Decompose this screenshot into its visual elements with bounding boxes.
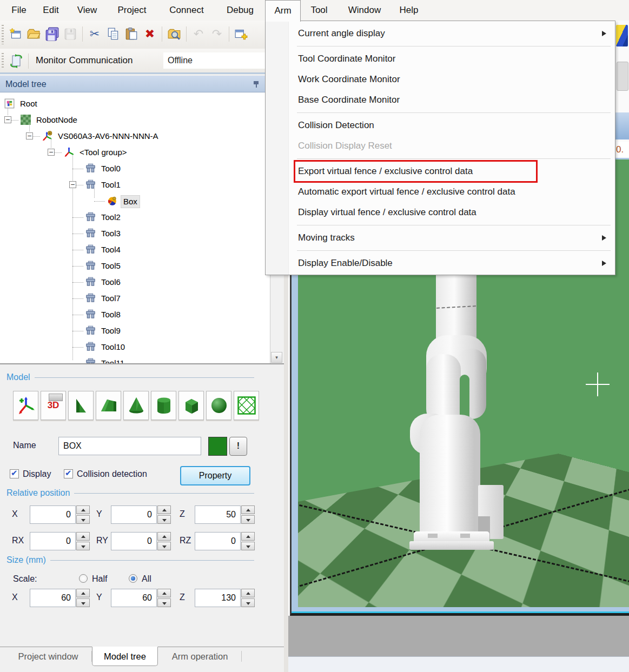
- tree-node-label[interactable]: Tool6: [99, 276, 123, 288]
- tree-node-vs060a3-av6-nnn-nnn-a[interactable]: –VS060A3-AV6-NNN-NNN-A: [0, 128, 270, 144]
- tree-node-tool2[interactable]: Tool2: [0, 209, 270, 225]
- tree-node-tool3[interactable]: Tool3: [0, 225, 270, 242]
- tree-node-tool8[interactable]: Tool8: [0, 307, 270, 323]
- sync-icon[interactable]: [8, 52, 25, 70]
- tree-expander[interactable]: –: [26, 132, 33, 139]
- tree-node-label[interactable]: Tool5: [99, 260, 123, 272]
- menubar-item-help[interactable]: Help: [392, 0, 426, 21]
- tree-node-label[interactable]: Root: [18, 98, 39, 110]
- spin-down-button[interactable]: [76, 598, 90, 607]
- relative-position-rx-spinner[interactable]: [76, 532, 90, 550]
- menu-item-display-virtual-fence-exclusive-control-data[interactable]: Display virtual fence / exclusive contro…: [266, 202, 615, 223]
- spin-down-button[interactable]: [157, 542, 171, 550]
- menu-item-tool-coordinate-monitor[interactable]: Tool Coordinate Monitor: [266, 49, 615, 69]
- size-z-spinner[interactable]: [241, 589, 255, 607]
- relative-position-ry-input[interactable]: [111, 532, 157, 550]
- new-project-icon[interactable]: [6, 25, 24, 43]
- tree-node-tool9[interactable]: Tool9: [0, 323, 270, 339]
- relative-position-rz-input[interactable]: [195, 532, 241, 550]
- slope-button[interactable]: [96, 391, 121, 420]
- size-z-input[interactable]: [195, 589, 241, 607]
- spin-down-button[interactable]: [76, 515, 90, 524]
- size-x-spinner[interactable]: [76, 589, 90, 607]
- relative-position-x-spinner[interactable]: [76, 505, 90, 524]
- paste-icon[interactable]: [123, 25, 140, 43]
- cube-button[interactable]: [178, 391, 204, 420]
- spin-up-button[interactable]: [76, 505, 90, 514]
- tree-node-tool6[interactable]: Tool6: [0, 274, 270, 290]
- tree-node-tool11[interactable]: Tool11: [0, 355, 270, 363]
- relative-position-y-spinner[interactable]: [157, 505, 171, 524]
- cut-icon[interactable]: ✂: [86, 25, 103, 43]
- tab-project-window[interactable]: Project window: [4, 647, 92, 666]
- tree-node-label[interactable]: Box: [121, 195, 140, 208]
- tree-node-tool4[interactable]: Tool4: [0, 242, 270, 258]
- copy-icon[interactable]: [104, 25, 122, 43]
- size-x-input[interactable]: [30, 589, 76, 607]
- menu-item-current-angle-display[interactable]: Current angle display: [266, 23, 615, 44]
- spin-up-button[interactable]: [157, 532, 171, 541]
- tree-node-label[interactable]: VS060A3-AV6-NNN-NNN-A: [56, 130, 161, 142]
- tree-node-tool5[interactable]: Tool5: [0, 258, 270, 274]
- tab-arm-operation[interactable]: Arm operation: [158, 647, 242, 666]
- relative-position-y-input[interactable]: [111, 505, 157, 524]
- tree-expander[interactable]: –: [48, 149, 55, 156]
- menu-item-export-virtual-fence-exclusive-control-data[interactable]: Export virtual fence / exclusive control…: [266, 161, 615, 182]
- property-button[interactable]: Property: [180, 466, 250, 485]
- spin-down-button[interactable]: [241, 542, 255, 550]
- spin-up-button[interactable]: [76, 589, 90, 597]
- scale-radio-label-all[interactable]: All: [142, 574, 151, 584]
- spin-down-button[interactable]: [241, 515, 255, 524]
- tree-node-root[interactable]: Root: [0, 96, 270, 112]
- scale-radio-label-half[interactable]: Half: [92, 574, 107, 584]
- spin-down-button[interactable]: [157, 515, 171, 524]
- color-swatch-button[interactable]: [208, 437, 227, 456]
- relative-position-rx-input[interactable]: [30, 532, 76, 550]
- scale-radio-half[interactable]: [79, 574, 88, 583]
- tree-node-tool0[interactable]: Tool0: [0, 161, 270, 177]
- menubar-item-window[interactable]: Window: [337, 0, 392, 21]
- tree-node-label[interactable]: Tool0: [99, 163, 123, 175]
- tree-expander[interactable]: –: [69, 181, 76, 188]
- display-checkbox[interactable]: ✔: [10, 469, 19, 478]
- pin-icon[interactable]: [253, 80, 260, 88]
- menubar-item-debug[interactable]: Debug: [215, 0, 265, 21]
- tree-node-label[interactable]: Tool11: [99, 357, 127, 363]
- tree-node-label[interactable]: Tool4: [99, 244, 123, 256]
- menu-item-collision-detection[interactable]: Collision Detection: [266, 115, 615, 136]
- spin-down-button[interactable]: [241, 598, 255, 607]
- name-input[interactable]: [58, 437, 201, 455]
- size-y-spinner[interactable]: [157, 589, 171, 607]
- insert-axis-button[interactable]: [13, 391, 38, 420]
- cone-button[interactable]: [123, 391, 149, 420]
- tree-node-label[interactable]: Tool9: [99, 325, 123, 337]
- new-window-icon[interactable]: [233, 25, 250, 43]
- import-3d-button[interactable]: 3D: [41, 391, 66, 420]
- spin-up-button[interactable]: [157, 589, 171, 597]
- menu-item-moving-tracks[interactable]: Moving tracks: [266, 228, 615, 248]
- spin-up-button[interactable]: [157, 505, 171, 514]
- tree-node-label[interactable]: Tool2: [99, 211, 123, 223]
- menu-item-automatic-export-virtual-fence-exclusive-control-data[interactable]: Automatic export virtual fence / exclusi…: [266, 182, 615, 202]
- menubar-item-edit[interactable]: Edit: [34, 0, 68, 21]
- menubar-item-tool[interactable]: Tool: [301, 0, 337, 21]
- spin-up-button[interactable]: [241, 505, 255, 514]
- menu-item-display-enable-disable[interactable]: Display Enable/Disable: [266, 253, 615, 274]
- tree-node-tool7[interactable]: Tool7: [0, 290, 270, 307]
- menubar-item-project[interactable]: Project: [106, 0, 158, 21]
- toolbar-grip[interactable]: [2, 25, 4, 44]
- menubar-item-arm[interactable]: Arm: [265, 0, 301, 22]
- save-all-icon[interactable]: [43, 25, 61, 43]
- tree-node-robotnode[interactable]: –RobotNode: [0, 112, 270, 128]
- warning-button[interactable]: !: [229, 437, 247, 456]
- tab-model-tree[interactable]: Model tree: [92, 647, 158, 666]
- relative-position-z-spinner[interactable]: [241, 505, 255, 524]
- tree-node-label[interactable]: Tool1: [99, 179, 123, 191]
- search-icon[interactable]: [165, 25, 183, 43]
- cylinder-button[interactable]: [151, 391, 176, 420]
- tree-node-tool1[interactable]: –Tool1: [0, 177, 270, 193]
- tree-node-label[interactable]: RobotNode: [34, 114, 80, 126]
- relative-position-ry-spinner[interactable]: [157, 532, 171, 550]
- tree-node-label[interactable]: Tool7: [99, 292, 123, 304]
- menu-item-work-coordinate-monitor[interactable]: Work Coordinate Monitor: [266, 69, 615, 90]
